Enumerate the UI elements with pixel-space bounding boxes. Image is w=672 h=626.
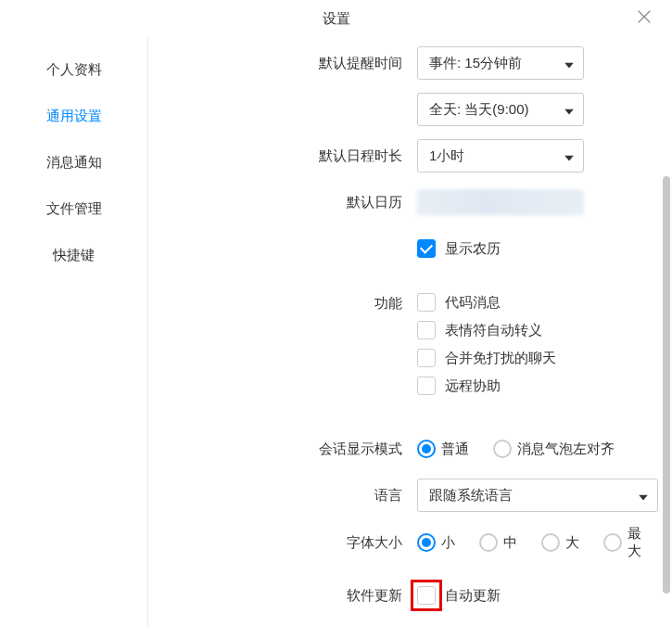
reminder-label: 默认提醒时间	[148, 55, 417, 72]
duration-select[interactable]: 1小时	[417, 139, 584, 172]
reminder-allday-select[interactable]: 全天: 当天(9:00)	[417, 93, 584, 126]
radio-icon	[417, 533, 436, 552]
feature-label: 表情符自动转义	[445, 322, 542, 339]
settings-main: 默认提醒时间 事件: 15分钟前 全天: 当天(9:00) 默认日程时长	[148, 37, 672, 626]
duration-label: 默认日程时长	[148, 147, 417, 165]
feature-emoji-checkbox[interactable]	[417, 321, 436, 339]
default-calendar-redacted	[417, 189, 584, 215]
radio-label: 最大	[628, 525, 641, 560]
sidebar-item-shortcuts[interactable]: 快捷键	[0, 232, 147, 278]
display-mode-normal-radio[interactable]: 普通	[417, 440, 469, 458]
radio-icon	[541, 533, 560, 552]
radio-label: 普通	[441, 441, 469, 458]
scrollbar-thumb[interactable]	[663, 176, 670, 594]
sidebar-item-files[interactable]: 文件管理	[0, 185, 147, 232]
radio-label: 消息气泡左对齐	[517, 441, 615, 458]
caret-down-icon	[639, 488, 648, 504]
radio-label: 中	[503, 534, 517, 552]
display-mode-label: 会话显示模式	[148, 441, 417, 458]
sidebar-item-label: 文件管理	[46, 200, 102, 218]
display-mode-left-radio[interactable]: 消息气泡左对齐	[493, 440, 615, 458]
radio-label: 大	[565, 534, 579, 552]
settings-sidebar: 个人资料 通用设置 消息通知 文件管理 快捷键	[0, 37, 148, 626]
feature-code-checkbox[interactable]	[417, 293, 436, 312]
dialog-header: 设置	[0, 0, 672, 37]
lunar-label: 显示农历	[445, 240, 501, 258]
auto-update-label: 自动更新	[445, 587, 501, 605]
auto-update-checkbox[interactable]	[417, 586, 436, 605]
select-value: 全天: 当天(9:00)	[429, 101, 529, 119]
radio-icon	[603, 533, 622, 552]
sidebar-item-label: 快捷键	[53, 247, 95, 264]
lunar-checkbox[interactable]	[417, 239, 436, 258]
features-label: 功能	[148, 293, 417, 313]
reminder-event-select[interactable]: 事件: 15分钟前	[417, 46, 584, 80]
radio-icon	[493, 440, 512, 458]
font-medium-radio[interactable]: 中	[479, 533, 517, 552]
dialog-title: 设置	[323, 10, 350, 28]
caret-down-icon	[564, 56, 574, 71]
sidebar-item-notifications[interactable]: 消息通知	[0, 139, 147, 185]
feature-label: 代码消息	[445, 294, 501, 312]
font-large-radio[interactable]: 大	[541, 533, 579, 552]
close-button[interactable]	[635, 7, 653, 26]
language-label: 语言	[148, 487, 417, 505]
scrollbar[interactable]	[663, 176, 670, 594]
default-calendar-label: 默认日历	[148, 194, 417, 211]
caret-down-icon	[564, 102, 574, 118]
software-update-label: 软件更新	[148, 587, 417, 605]
font-small-radio[interactable]: 小	[417, 533, 455, 552]
font-xlarge-radio[interactable]: 最大	[603, 525, 641, 560]
font-size-label: 字体大小	[148, 534, 417, 552]
language-select[interactable]: 跟随系统语言	[417, 479, 658, 512]
select-value: 1小时	[429, 147, 464, 165]
radio-label: 小	[441, 534, 455, 552]
feature-remote-assist-checkbox[interactable]	[417, 377, 436, 395]
sidebar-item-label: 通用设置	[46, 108, 102, 125]
sidebar-item-label: 消息通知	[46, 154, 102, 172]
radio-icon	[479, 533, 498, 552]
select-value: 跟随系统语言	[429, 487, 513, 505]
caret-down-icon	[564, 148, 574, 164]
feature-label: 合并免打扰的聊天	[445, 350, 556, 367]
sidebar-item-label: 个人资料	[46, 61, 102, 79]
radio-icon	[417, 440, 436, 458]
sidebar-item-general[interactable]: 通用设置	[0, 93, 147, 139]
sidebar-item-profile[interactable]: 个人资料	[0, 46, 147, 93]
feature-merge-dnd-checkbox[interactable]	[417, 349, 436, 367]
select-value: 事件: 15分钟前	[429, 55, 522, 72]
close-icon	[638, 10, 651, 23]
feature-label: 远程协助	[445, 377, 501, 395]
